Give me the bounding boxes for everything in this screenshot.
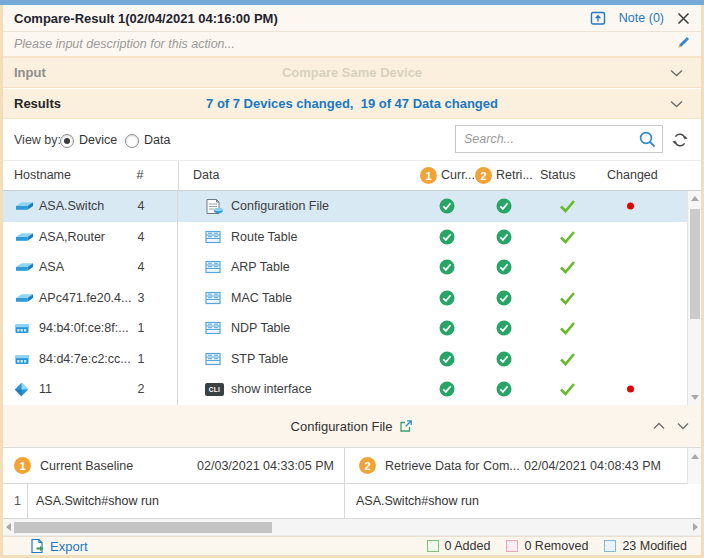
data-row[interactable]: NDP Table [178,313,687,344]
data-type-label: MAC Table [231,291,292,305]
badge-1: 1 [14,457,31,474]
status-check-icon [559,352,576,366]
status-check-icon [559,291,576,305]
current-check-icon [439,229,455,245]
data-row[interactable]: MAC Table [178,283,687,314]
results-section-header[interactable]: Results 7 of 7 Devices changed, 19 of 47… [3,89,701,119]
search-box [455,125,663,153]
legend-label: 23 Modified [622,539,687,553]
radio-device[interactable] [60,134,74,148]
baseline-column-header: 1 Current Baseline 02/03/2021 04:33:05 P… [3,448,345,483]
scroll-up-icon[interactable] [691,196,699,201]
data-table-icon [205,352,231,366]
retrieve-check-icon [496,259,512,275]
retrieve-check-icon [496,198,512,214]
device-row[interactable]: ASA.Switch4 [3,191,177,222]
input-section-header[interactable]: Input Compare Same Device [3,58,701,88]
device-row[interactable]: ASA,Router4 [3,222,177,253]
retrieve-timestamp: 02/04/2021 04:08:43 PM [524,459,661,473]
scrollbar-thumb[interactable] [14,522,272,533]
note-link[interactable]: Note (0) [619,11,664,25]
current-check-icon [439,320,455,336]
legend-item: 23 Modified [604,539,687,553]
data-type-label: show interface [231,382,312,396]
retrieve-label: Retrieve Data for Com... [385,459,520,473]
results-section-label: Results [14,96,104,111]
status-check-icon [559,321,576,335]
device-row[interactable]: 84:d4:7e:c2:cc...1 [3,344,177,375]
table-vertical-scrollbar[interactable] [687,191,701,405]
firewall-device-icon [14,230,36,244]
legend-swatch [604,540,616,552]
data-row[interactable]: ARP Table [178,252,687,283]
data-type-label: NDP Table [231,321,290,335]
retrieve-column-header: 2 Retrieve Data for Com... 02/04/2021 04… [345,448,687,483]
current-check-icon [439,198,455,214]
device-row[interactable]: 94:b4:0f:ce:8f:...1 [3,313,177,344]
col-data: Data [193,168,219,182]
device-name: 11 [39,382,52,396]
legend-item: 0 Added [427,539,491,553]
edit-pencil-icon[interactable] [675,35,690,53]
export-button[interactable]: Export [30,538,88,554]
col-current: Curr... [441,168,475,182]
description-row: Please input description for this action… [3,32,701,58]
device-row[interactable]: ASA4 [3,252,177,283]
baseline-timestamp: 02/03/2021 04:33:05 PM [197,459,334,473]
status-check-icon [559,199,576,213]
horizontal-scrollbar[interactable] [3,519,701,536]
scroll-left-icon[interactable] [6,523,11,531]
results-table: Hostname # Data 1 Curr... 2 Retri... Sta… [3,160,701,405]
device-list: ASA.Switch4ASA,Router4ASA4APc471.fe20.4.… [3,191,178,405]
close-icon[interactable] [677,12,690,25]
search-icon[interactable] [638,130,657,152]
changed-dot-icon [627,203,634,210]
radio-device-label[interactable]: Device [79,133,117,147]
changed-dot-icon [627,386,634,393]
device-row[interactable]: 112 [3,374,177,405]
radio-data-label[interactable]: Data [144,133,170,147]
retrieve-check-icon [496,320,512,336]
device-change-count: 1 [131,321,151,335]
open-external-icon[interactable] [399,419,413,433]
description-placeholder[interactable]: Please input description for this action… [14,37,235,51]
col-status: Status [540,168,575,182]
data-type-label: STP Table [231,352,288,366]
data-row[interactable]: Route Table [178,222,687,253]
legend-label: 0 Removed [524,539,588,553]
firewall-device-icon [14,199,36,213]
legend-swatch [427,540,439,552]
chevron-down-icon[interactable] [670,66,683,80]
scrollbar-thumb[interactable] [690,209,700,319]
data-row[interactable]: STP Table [178,344,687,375]
data-row[interactable]: Configuration File [178,191,687,222]
device-row[interactable]: APc471.fe20.4...3 [3,283,177,314]
chevron-down-icon[interactable] [670,97,683,111]
chevron-up-icon[interactable] [653,419,665,433]
export-icon [30,538,44,554]
scroll-right-icon[interactable] [693,523,698,531]
diff-legend: 0 Added0 Removed23 Modified [427,539,687,553]
retrieve-check-icon [496,290,512,306]
refresh-icon[interactable] [671,131,689,152]
device-name: ASA,Router [39,230,105,244]
baseline-code: ASA.Switch#show run [28,484,159,518]
retrieve-check-icon [496,351,512,367]
scroll-down-icon[interactable] [691,395,699,400]
device-name: ASA.Switch [39,199,104,213]
legend-swatch [506,540,518,552]
current-check-icon [439,259,455,275]
code-compare-row: 1 ASA.Switch#show run ASA.Switch#show ru… [3,484,701,519]
device-name: 94:b4:0f:ce:8f:... [39,321,129,335]
search-input[interactable] [456,126,628,152]
popout-icon[interactable] [590,10,606,26]
scroll-up-icon[interactable] [691,454,699,459]
badge-1: 1 [420,167,437,184]
radio-data[interactable] [125,134,139,148]
data-type-label: Route Table [231,230,298,244]
chevron-down-icon[interactable] [677,419,689,433]
title-bar: Compare-Result 1(02/04/2021 04:16:00 PM)… [3,5,701,32]
badge-2: 2 [359,457,376,474]
firewall-device-icon [14,260,36,274]
data-row[interactable]: CLIshow interface [178,374,687,405]
